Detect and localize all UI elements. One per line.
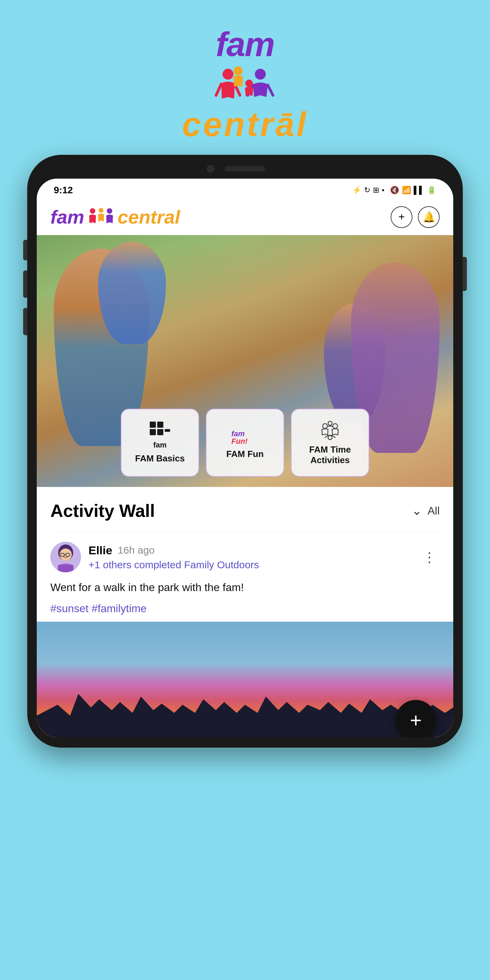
status-bar: 9:12 ⚡ ↻ ⊞ • 🔇 📶 ▌▌ 🔋 <box>37 179 453 199</box>
page-wrapper: fam centrāl <box>0 0 490 980</box>
phone-screen: 9:12 ⚡ ↻ ⊞ • 🔇 📶 ▌▌ 🔋 fam <box>37 179 453 737</box>
svg-rect-24 <box>58 565 73 572</box>
avatar-svg <box>50 542 81 572</box>
notification-button[interactable]: 🔔 <box>418 206 440 228</box>
filter-all[interactable]: All <box>427 504 440 517</box>
add-icon: + <box>398 211 405 223</box>
svg-point-17 <box>328 421 332 425</box>
fam-fun-svg: fam Fun! <box>230 426 260 445</box>
post-content: Went for a walk in the park with the fam… <box>50 579 440 595</box>
post-more-button[interactable]: ⋮ <box>419 549 440 565</box>
hero-image: fam FAM Basics fam Fun! FAM Fun <box>37 235 453 487</box>
svg-text:Fun!: Fun! <box>231 437 248 445</box>
svg-point-2 <box>255 69 266 80</box>
fam-time-label: FAM Time Activities <box>292 444 369 466</box>
svg-point-5 <box>99 208 103 213</box>
svg-point-16 <box>333 424 337 428</box>
activity-post: Ellie 16h ago +1 others completed Family… <box>50 542 440 615</box>
post-user: Ellie 16h ago +1 others completed Family… <box>50 542 259 572</box>
fam-basics-svg <box>150 422 170 439</box>
app-logo-figure <box>86 207 116 227</box>
bell-icon: 🔔 <box>423 211 435 223</box>
power-button <box>463 257 467 291</box>
fam-basics-label: FAM Basics <box>135 453 185 464</box>
app-header-actions: + 🔔 <box>391 206 440 228</box>
status-time: 9:12 <box>54 185 73 196</box>
post-username: Ellie <box>89 544 112 557</box>
phone-frame: 9:12 ⚡ ↻ ⊞ • 🔇 📶 ▌▌ 🔋 fam <box>27 155 463 748</box>
wifi-icon: 📶 <box>402 186 411 195</box>
svg-rect-9 <box>150 429 156 435</box>
svg-rect-7 <box>150 422 156 428</box>
status-icons: ⚡ ↻ ⊞ • 🔇 📶 ▌▌ 🔋 <box>352 186 436 195</box>
sunset-photo: + <box>37 622 453 737</box>
category-cards: fam FAM Basics fam Fun! FAM Fun <box>114 409 376 477</box>
svg-rect-8 <box>157 422 163 428</box>
svg-point-1 <box>234 66 243 75</box>
fam-basics-icon <box>150 422 170 439</box>
expand-icon[interactable]: ⌄ <box>412 504 422 518</box>
app-logo: fam central <box>50 206 180 228</box>
post-tags[interactable]: #sunset #familytime <box>50 602 440 615</box>
volume-up-button <box>23 270 27 298</box>
activity-wall: Activity Wall ⌄ All <box>37 487 453 622</box>
fab-plus-icon: + <box>410 710 422 730</box>
mute-icon: 🔇 <box>390 186 399 195</box>
fab-button[interactable]: + <box>395 700 436 737</box>
top-logo-fam: fam <box>216 27 274 61</box>
app-logo-central: central <box>118 206 180 228</box>
charging-icon: ⚡ <box>352 186 361 195</box>
sync-icon: ↻ <box>364 186 370 195</box>
post-activity-link[interactable]: +1 others completed Family Outdoors <box>89 559 259 571</box>
app-header: fam central + <box>37 199 453 235</box>
phone-speaker <box>224 166 266 172</box>
post-header: Ellie 16h ago +1 others completed Family… <box>50 542 440 572</box>
grid-icon: ⊞ <box>373 186 379 195</box>
svg-rect-11 <box>165 429 170 432</box>
top-logo-central: centrāl <box>182 107 308 141</box>
svg-point-15 <box>323 424 327 428</box>
svg-point-4 <box>90 208 95 214</box>
activity-wall-header: Activity Wall ⌄ All <box>50 501 440 521</box>
svg-point-14 <box>328 436 332 440</box>
battery-icon: 🔋 <box>427 186 436 195</box>
signal-icon: ▌▌ <box>414 186 424 195</box>
post-user-info: Ellie 16h ago +1 others completed Family… <box>89 544 259 571</box>
activity-wall-controls: ⌄ All <box>412 504 440 518</box>
fam-time-card[interactable]: FAM Time Activities <box>291 409 369 477</box>
fam-fun-card[interactable]: fam Fun! FAM Fun <box>206 409 284 477</box>
phone-notch <box>37 165 453 175</box>
phone-camera <box>207 165 215 172</box>
post-text: Went for a walk in the park with the fam… <box>50 581 244 593</box>
app-logo-fam: fam <box>50 206 84 228</box>
add-button[interactable]: + <box>391 206 412 228</box>
top-logo-area: fam centrāl <box>182 27 308 141</box>
fam-fun-label: FAM Fun <box>226 449 264 460</box>
post-timestamp: 16h ago <box>118 544 154 556</box>
svg-point-6 <box>107 208 112 214</box>
post-name-row: Ellie 16h ago <box>89 544 259 557</box>
svg-point-0 <box>223 69 234 80</box>
top-logo-family-figure <box>208 65 282 105</box>
fam-time-icon <box>318 420 342 440</box>
volume-down-button <box>23 308 27 335</box>
fam-basics-small-text: fam <box>153 441 166 449</box>
svg-point-3 <box>245 80 253 87</box>
top-logo: fam centrāl <box>182 27 308 141</box>
post-tags-text: #sunset #familytime <box>50 602 147 614</box>
section-divider <box>50 531 440 531</box>
fam-fun-icon: fam Fun! <box>230 426 260 445</box>
dot-icon: • <box>382 186 385 195</box>
avatar <box>50 542 81 572</box>
activity-wall-title: Activity Wall <box>50 501 155 521</box>
mute-button <box>23 240 27 260</box>
svg-rect-10 <box>157 429 163 435</box>
fam-basics-card[interactable]: fam FAM Basics <box>121 409 199 477</box>
fam-time-svg <box>318 420 342 440</box>
